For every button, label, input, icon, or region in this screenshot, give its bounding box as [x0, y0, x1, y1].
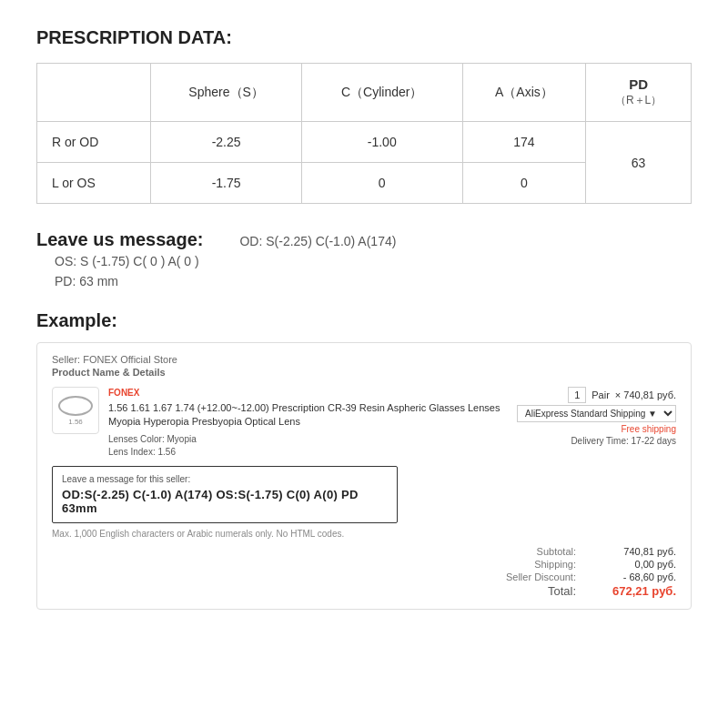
page-title: PRESCRIPTION DATA: [36, 27, 692, 48]
message-area-label: Leave a message for this seller: [62, 474, 388, 484]
qty-box: 1 [568, 387, 586, 403]
example-box: Seller: FONEX Official Store Product Nam… [36, 342, 692, 610]
delivery-time: Delivery Time: 17-22 days [571, 436, 676, 446]
subtotal-label: Subtotal: [537, 546, 576, 557]
lens-color-label: Lenses Color: [108, 434, 165, 444]
col-sphere: Sphere（S） [151, 64, 302, 122]
cylinder-od: -1.00 [301, 122, 462, 163]
product-attrs: Lenses Color: Myopia Lens Index: 1.56 [108, 433, 508, 459]
message-area: Leave a message for this seller: OD:S(-2… [52, 466, 398, 523]
leave-message-section: Leave us message: OD: S(-2.25) C(-1.0) A… [36, 229, 692, 288]
free-shipping-label: Free shipping [621, 424, 676, 434]
message-hint: Max. 1,000 English characters or Arabic … [52, 529, 398, 539]
col-eye [37, 64, 151, 122]
discount-value: - 68,60 руб. [603, 571, 676, 582]
message-line-pd: PD: 63 mm [55, 274, 692, 288]
total-label: Total: [548, 584, 576, 598]
unit-label: Pair [592, 389, 610, 400]
product-name: 1.56 1.61 1.67 1.74 (+12.00~-12.00) Pres… [108, 401, 508, 430]
example-title: Example: [36, 310, 692, 331]
product-right-panel: 1 Pair × 740,81 руб. AliExpress Standard… [517, 387, 676, 446]
lens-index-label: Lens Index: [108, 447, 156, 457]
pd-value: 63 [586, 122, 692, 204]
sphere-od: -2.25 [151, 122, 302, 163]
leave-message-label: Leave us message: [36, 229, 203, 250]
message-area-text: OD:S(-2.25) C(-1.0) A(174) OS:S(-1.75) C… [62, 488, 388, 515]
shipping-select[interactable]: AliExpress Standard Shipping ▼ [517, 405, 676, 422]
lens-label: 1.56 [58, 418, 93, 426]
prescription-table: Sphere（S） C（Cylinder） A（Axis） PD （R＋L） R… [36, 63, 692, 204]
message-line-os: OS: S (-1.75) C( 0 ) A( 0 ) [55, 254, 692, 268]
lens-color-value: Myopia [167, 434, 196, 444]
example-section: Example: Seller: FONEX Official Store Pr… [36, 310, 692, 610]
shipping-row: Shipping: 0,00 руб. [534, 559, 676, 570]
table-row: R or OD -2.25 -1.00 174 63 [37, 122, 692, 163]
totals-section: Subtotal: 740,81 руб. Shipping: 0,00 руб… [52, 546, 676, 598]
col-axis: A（Axis） [462, 64, 586, 122]
subtotal-value: 740,81 руб. [603, 546, 676, 557]
axis-od: 174 [462, 122, 586, 163]
eye-label-od: R or OD [37, 122, 151, 163]
price-value: × 740,81 руб. [615, 389, 676, 400]
total-value: 672,21 руб. [603, 584, 676, 598]
shipping-value: 0,00 руб. [603, 559, 676, 570]
col-pd: PD （R＋L） [586, 64, 692, 122]
grand-total-row: Total: 672,21 руб. [548, 584, 676, 598]
axis-os: 0 [462, 163, 586, 204]
example-product-label: Product Name & Details [52, 367, 676, 378]
subtotal-row: Subtotal: 740,81 руб. [537, 546, 676, 557]
lens-index-value: 1.56 [158, 447, 176, 457]
shipping-label: Shipping: [534, 559, 576, 570]
qty-price-row: 1 Pair × 740,81 руб. [568, 387, 676, 403]
eye-label-os: L or OS [37, 163, 151, 204]
lens-icon [58, 396, 93, 416]
product-thumbnail: 1.56 [52, 387, 99, 434]
discount-label: Seller Discount: [506, 571, 576, 582]
sphere-os: -1.75 [151, 163, 302, 204]
product-description: FONEX 1.56 1.61 1.67 1.74 (+12.00~-12.00… [108, 387, 508, 459]
cylinder-os: 0 [301, 163, 462, 204]
discount-row: Seller Discount: - 68,60 руб. [506, 571, 676, 582]
col-cylinder: C（Cylinder） [301, 64, 462, 122]
product-brand: FONEX [108, 387, 508, 399]
message-line-od: OD: S(-2.25) C(-1.0) A(174) [239, 234, 396, 248]
example-seller: Seller: FONEX Official Store [52, 354, 676, 365]
